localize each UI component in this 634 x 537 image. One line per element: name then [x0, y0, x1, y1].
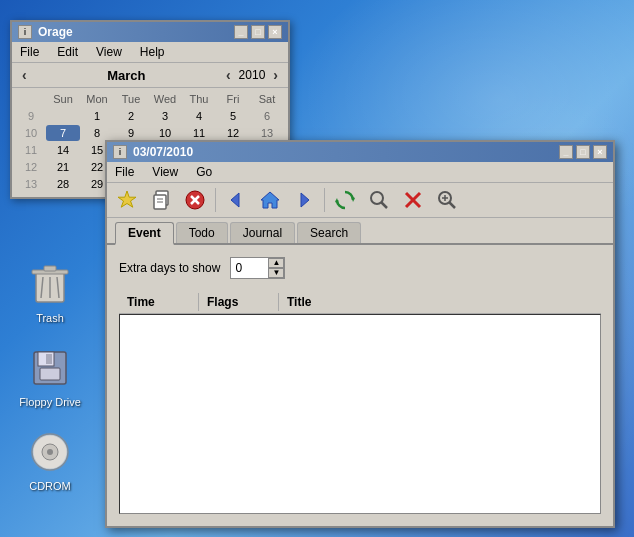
event-app-icon: i: [113, 145, 127, 159]
trash-label: Trash: [36, 312, 64, 324]
cal-day[interactable]: [46, 108, 80, 124]
cal-day[interactable]: 2: [114, 108, 148, 124]
orage-close-btn[interactable]: ×: [268, 25, 282, 39]
new-event-btn[interactable]: [111, 186, 143, 214]
cal-header-sat: Sat: [250, 92, 284, 106]
tab-event[interactable]: Event: [115, 222, 174, 245]
event-list: [119, 314, 601, 514]
cal-week-10: 10 7 8 9 10 11 12 13: [16, 125, 284, 141]
calendar-year-area: ‹ 2010 ›: [222, 67, 282, 83]
cal-day[interactable]: 5: [216, 108, 250, 124]
desktop-icon-floppy[interactable]: Floppy Drive: [10, 344, 90, 408]
event-toolbar: [107, 183, 613, 218]
spinner-buttons: ▲ ▼: [268, 258, 284, 278]
event-win-controls: _ □ ×: [559, 145, 607, 159]
cal-day[interactable]: 10: [148, 125, 182, 141]
extra-days-label: Extra days to show: [119, 261, 220, 275]
event-window: i 03/07/2010 _ □ × File View Go: [105, 140, 615, 528]
cal-day[interactable]: 21: [46, 159, 80, 175]
extra-days-row: Extra days to show ▲ ▼: [119, 257, 601, 279]
cal-day[interactable]: 28: [46, 176, 80, 192]
next-year-btn[interactable]: ›: [269, 67, 282, 83]
event-menu-view[interactable]: View: [148, 164, 182, 180]
toolbar-sep-1: [215, 188, 216, 212]
prev-month-btn[interactable]: ‹: [18, 67, 31, 83]
svg-marker-24: [301, 193, 309, 207]
orage-menu-view[interactable]: View: [92, 44, 126, 60]
calendar-nav: ‹ March ‹ 2010 ›: [12, 63, 288, 88]
cal-day[interactable]: 3: [148, 108, 182, 124]
svg-point-27: [371, 192, 383, 204]
event-minimize-btn[interactable]: _: [559, 145, 573, 159]
duplicate-btn[interactable]: [145, 186, 177, 214]
cal-day[interactable]: 14: [46, 142, 80, 158]
zoom-btn[interactable]: [363, 186, 395, 214]
th-flags: Flags: [199, 293, 279, 311]
svg-rect-8: [40, 368, 60, 380]
event-menu-bar: File View Go: [107, 162, 613, 183]
back-btn[interactable]: [220, 186, 252, 214]
orage-titlebar: i Orage _ □ ×: [12, 22, 288, 42]
zoom-in-btn[interactable]: [431, 186, 463, 214]
orage-title-area: i Orage: [18, 25, 73, 39]
floppy-label: Floppy Drive: [19, 396, 81, 408]
cal-header-thu: Thu: [182, 92, 216, 106]
cal-day[interactable]: 12: [216, 125, 250, 141]
orage-menu-help[interactable]: Help: [136, 44, 169, 60]
extra-days-spinner[interactable]: ▲ ▼: [230, 257, 285, 279]
calendar-month: March: [107, 68, 145, 83]
cal-day-today[interactable]: 7: [46, 125, 80, 141]
tab-bar: Event Todo Journal Search: [107, 218, 613, 245]
cal-header-week: [16, 92, 46, 106]
cal-day[interactable]: 8: [80, 125, 114, 141]
svg-line-32: [450, 203, 456, 209]
event-title-area: i 03/07/2010: [113, 145, 193, 159]
prev-year-btn[interactable]: ‹: [222, 67, 235, 83]
orage-app-icon: i: [18, 25, 32, 39]
desktop-icon-trash[interactable]: Trash: [10, 260, 90, 324]
delete-btn[interactable]: [179, 186, 211, 214]
cal-day[interactable]: 1: [80, 108, 114, 124]
cal-day[interactable]: 6: [250, 108, 284, 124]
event-content: Extra days to show ▲ ▼ Time Flags Title: [107, 245, 613, 526]
cal-day[interactable]: 9: [114, 125, 148, 141]
orage-maximize-btn[interactable]: □: [251, 25, 265, 39]
cal-day[interactable]: 11: [182, 125, 216, 141]
cal-header-sun: Sun: [46, 92, 80, 106]
toolbar-sep-2: [324, 188, 325, 212]
orage-win-controls: _ □ ×: [234, 25, 282, 39]
tab-search[interactable]: Search: [297, 222, 361, 243]
calendar-year: 2010: [239, 68, 266, 82]
cal-header-fri: Fri: [216, 92, 250, 106]
cal-day[interactable]: 13: [250, 125, 284, 141]
orage-menu-file[interactable]: File: [16, 44, 43, 60]
orage-menu-edit[interactable]: Edit: [53, 44, 82, 60]
refresh-btn[interactable]: [329, 186, 361, 214]
orage-title: Orage: [38, 25, 73, 39]
svg-marker-22: [231, 193, 239, 207]
tab-journal[interactable]: Journal: [230, 222, 295, 243]
desktop-icon-cdrom[interactable]: CDROM: [10, 428, 90, 492]
calendar-header-row: Sun Mon Tue Wed Thu Fri Sat: [16, 92, 284, 106]
event-menu-file[interactable]: File: [111, 164, 138, 180]
svg-rect-9: [46, 354, 52, 364]
tab-todo[interactable]: Todo: [176, 222, 228, 243]
event-maximize-btn[interactable]: □: [576, 145, 590, 159]
extra-days-input[interactable]: [231, 259, 269, 277]
home-btn[interactable]: [254, 186, 286, 214]
cdrom-label: CDROM: [29, 480, 71, 492]
close-event-btn[interactable]: [397, 186, 429, 214]
cal-header-mon: Mon: [80, 92, 114, 106]
spin-up-btn[interactable]: ▲: [268, 258, 284, 268]
cal-day[interactable]: 4: [182, 108, 216, 124]
event-menu-go[interactable]: Go: [192, 164, 216, 180]
forward-btn[interactable]: [288, 186, 320, 214]
orage-menu-bar: File Edit View Help: [12, 42, 288, 63]
spin-down-btn[interactable]: ▼: [268, 268, 284, 278]
event-title: 03/07/2010: [133, 145, 193, 159]
svg-rect-2: [44, 266, 56, 271]
floppy-icon: [26, 344, 74, 392]
orage-minimize-btn[interactable]: _: [234, 25, 248, 39]
event-close-btn[interactable]: ×: [593, 145, 607, 159]
th-time: Time: [119, 293, 199, 311]
